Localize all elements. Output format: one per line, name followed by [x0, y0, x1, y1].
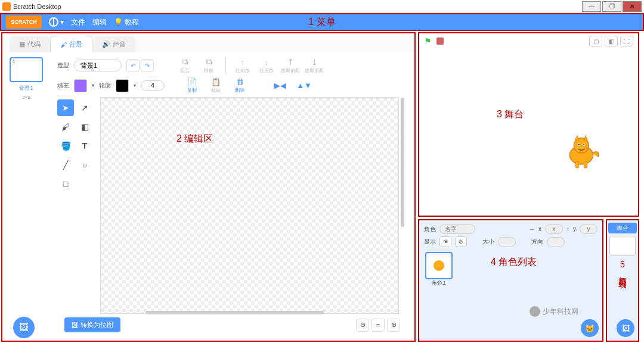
- line-tool[interactable]: ╱: [57, 157, 74, 173]
- tab-code[interactable]: ▦ 代码: [10, 36, 50, 52]
- canvas-scrollbar-v[interactable]: [401, 98, 404, 227]
- stage-large-button[interactable]: ◧: [605, 36, 618, 46]
- globe-icon: [49, 17, 58, 27]
- fill-tool[interactable]: 🪣: [57, 138, 74, 154]
- svg-rect-9: [584, 161, 587, 168]
- flip-h-button[interactable]: ▶◀: [271, 81, 290, 90]
- svg-point-7: [583, 144, 584, 145]
- front-button[interactable]: ⤒放最前面: [281, 58, 300, 74]
- svg-marker-2: [575, 136, 579, 141]
- annotation-stage: 3 舞台: [497, 108, 524, 121]
- backward-button[interactable]: ↓往后放: [257, 58, 276, 74]
- add-sprite-fab[interactable]: 🐱: [581, 319, 599, 337]
- sprite-direction-input[interactable]: [547, 237, 565, 247]
- zoom-reset-button[interactable]: =: [371, 319, 385, 332]
- circle-tool[interactable]: ○: [76, 157, 93, 173]
- add-stage-fab[interactable]: 🖼: [617, 319, 634, 337]
- sprite-x-input[interactable]: [545, 224, 563, 234]
- sprite-name-input[interactable]: [439, 224, 475, 234]
- direction-label: 方向: [531, 238, 543, 246]
- svg-point-10: [434, 260, 444, 271]
- costume-name-input[interactable]: [74, 60, 122, 71]
- maximize-button[interactable]: ❐: [602, 1, 621, 12]
- stage-small-button[interactable]: ▢: [589, 36, 602, 46]
- tutorials-menu[interactable]: 💡教程: [114, 17, 139, 27]
- stroke-label: 轮廓: [99, 82, 111, 90]
- copy-button[interactable]: 📄复制: [182, 77, 202, 93]
- hide-button[interactable]: ⊘: [455, 236, 467, 247]
- menu-bar: SCRATCH ▾ 文件 编辑 💡教程 1 菜单: [0, 13, 644, 31]
- annotation-stagelist: 5舞台列表: [617, 260, 628, 275]
- costume-thumb-dim: 2×2: [22, 95, 30, 100]
- annotation-sprites: 4 角色列表: [491, 256, 537, 269]
- canvas-scrollbar-h[interactable]: [145, 311, 324, 314]
- stroke-color-picker[interactable]: [116, 79, 129, 92]
- eraser-tool[interactable]: ◧: [76, 119, 93, 135]
- sprite-panel: 角色 ↔ x ↕ y 显示 👁 ⊘ 大小 方向: [418, 219, 603, 342]
- redo-button[interactable]: ↷: [141, 59, 154, 72]
- reshape-tool[interactable]: ↗: [76, 99, 93, 116]
- scratch-cat-sprite[interactable]: [561, 132, 602, 174]
- forward-button[interactable]: ↑往前放: [233, 58, 252, 74]
- svg-point-5: [578, 144, 580, 145]
- group-button[interactable]: ⧉组合: [175, 57, 194, 74]
- flip-v-button[interactable]: ▲▼: [295, 81, 314, 90]
- stage-thumb[interactable]: [609, 236, 636, 256]
- annotation-menu: 1 菜单: [308, 16, 335, 29]
- fill-color-picker[interactable]: [74, 79, 87, 92]
- sprite-label: 角色: [424, 225, 436, 233]
- editor-panel: ▦ 代码 🖌 背景 🔊 声音 1 背景1 2×2 造型 ↶ ↷: [1, 32, 416, 342]
- zoom-in-button[interactable]: ⊕: [387, 319, 400, 332]
- undo-button[interactable]: ↶: [126, 59, 140, 72]
- show-button[interactable]: 👁: [439, 236, 451, 247]
- green-flag-button[interactable]: ⚑: [424, 36, 432, 46]
- rect-tool[interactable]: □: [57, 176, 74, 192]
- sprite-thumb-label: 角色1: [432, 279, 445, 287]
- scratch-logo: SCRATCH: [6, 15, 42, 29]
- language-menu[interactable]: ▾: [49, 17, 64, 27]
- file-menu[interactable]: 文件: [71, 17, 85, 27]
- paint-canvas[interactable]: [100, 97, 399, 314]
- show-label: 显示: [424, 238, 436, 246]
- delete-button[interactable]: 🗑删除: [230, 77, 249, 93]
- select-tool[interactable]: ➤: [57, 99, 74, 116]
- minimize-button[interactable]: —: [582, 1, 601, 12]
- tab-backdrops[interactable]: 🖌 背景: [50, 36, 92, 52]
- costume-list: 1 背景1 2×2: [2, 52, 50, 341]
- sprite-y-input[interactable]: [580, 224, 597, 234]
- zoom-out-button[interactable]: ⊖: [356, 319, 369, 332]
- app-icon: [2, 2, 11, 11]
- stop-button[interactable]: [436, 38, 444, 45]
- paste-button[interactable]: 📋粘贴: [206, 77, 225, 93]
- back-button[interactable]: ⤓放最后面: [305, 58, 324, 74]
- sprite-size-input[interactable]: [498, 237, 516, 247]
- stage-list-panel: 舞台 5舞台列表 🖼: [606, 219, 639, 342]
- add-backdrop-fab[interactable]: 🖼: [13, 317, 35, 338]
- svg-rect-8: [575, 161, 579, 168]
- text-tool[interactable]: T: [76, 138, 93, 154]
- tool-palette: ➤ ↗ 🖌 ◧ 🪣 T ╱ ○ □: [57, 97, 95, 314]
- titlebar: Scratch Desktop — ❐ ✕: [0, 0, 644, 13]
- edit-menu[interactable]: 编辑: [92, 17, 107, 27]
- convert-bitmap-button[interactable]: 🖼 转换为位图: [64, 317, 120, 332]
- brush-tool[interactable]: 🖌: [57, 119, 74, 135]
- stage-list-header: 舞台: [608, 223, 637, 233]
- costume-thumb-label: 背景1: [19, 85, 33, 92]
- fill-label: 填充: [57, 82, 69, 90]
- sprite-thumb[interactable]: [425, 252, 453, 279]
- close-button[interactable]: ✕: [623, 1, 642, 12]
- stroke-width-input[interactable]: [141, 80, 165, 91]
- svg-point-1: [574, 138, 589, 153]
- costume-thumb[interactable]: 1: [10, 57, 43, 82]
- window-title: Scratch Desktop: [13, 3, 61, 10]
- tabs: ▦ 代码 🖌 背景 🔊 声音: [2, 33, 414, 52]
- ungroup-button[interactable]: ⧉拆散: [199, 57, 218, 74]
- stage-area: ⚑ ▢ ◧ ⛶ 3 舞台: [418, 32, 639, 217]
- size-label: 大小: [482, 238, 494, 246]
- stage-canvas[interactable]: 3 舞台: [419, 49, 638, 216]
- svg-marker-3: [584, 136, 587, 141]
- watermark: 少年科技网: [530, 306, 578, 317]
- bulb-icon: 💡: [114, 18, 123, 26]
- fullscreen-button[interactable]: ⛶: [620, 36, 633, 46]
- tab-sounds[interactable]: 🔊 声音: [92, 36, 135, 52]
